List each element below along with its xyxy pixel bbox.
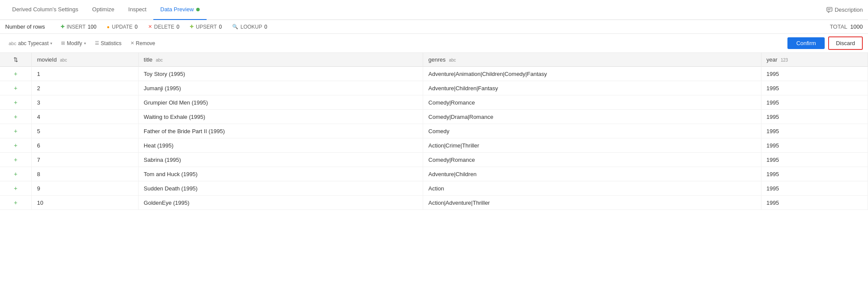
stats-label: Number of rows	[5, 23, 45, 30]
cell-year: 1995	[761, 167, 868, 181]
cell-genres: Comedy|Romance	[423, 153, 761, 167]
tab-derived-settings[interactable]: Derived Column's Settings	[5, 0, 85, 20]
add-row-icon[interactable]: +	[14, 199, 17, 206]
add-row-icon[interactable]: +	[14, 185, 17, 192]
cell-title: Heat (1995)	[138, 138, 423, 153]
confirm-discard-group: Confirm Discard	[787, 36, 863, 50]
discard-button[interactable]: Discard	[828, 36, 863, 50]
cell-genres: Comedy	[423, 124, 761, 138]
typecast-chevron-icon: ▾	[50, 41, 52, 46]
data-table-container: ⇅ movieId abc title abc genres abc year …	[0, 53, 868, 210]
cell-year: 1995	[761, 181, 868, 196]
modify-chevron-icon: ▾	[84, 41, 86, 46]
stat-lookup: 🔍 LOOKUP 0	[232, 24, 267, 30]
cell-title: Grumpier Old Men (1995)	[138, 95, 423, 110]
cell-title: Father of the Bride Part II (1995)	[138, 124, 423, 138]
cell-year: 1995	[761, 110, 868, 124]
cell-title: Jumanji (1995)	[138, 81, 423, 95]
table-row: +10GoldenEye (1995)Action|Adventure|Thri…	[0, 196, 868, 210]
stat-total: TOTAL 1000	[830, 23, 863, 30]
sort-arrows-icon: ⇅	[13, 56, 18, 63]
cell-genres: Adventure|Children|Fantasy	[423, 81, 761, 95]
cell-title: Sudden Death (1995)	[138, 181, 423, 196]
cell-genres: Action	[423, 181, 761, 196]
table-row: +3Grumpier Old Men (1995)Comedy|Romance1…	[0, 95, 868, 110]
data-table: ⇅ movieId abc title abc genres abc year …	[0, 53, 868, 210]
table-row: +8Tom and Huck (1995)Adventure|Children1…	[0, 167, 868, 181]
add-row-icon[interactable]: +	[14, 156, 17, 163]
col-header-genres[interactable]: genres abc	[423, 53, 761, 67]
modify-button[interactable]: ⊞ Modify ▾	[58, 39, 89, 48]
data-preview-dot	[196, 8, 200, 11]
stats-bar: Number of rows ✚ INSERT 100 ● UPDATE 0 ✕…	[0, 20, 868, 34]
tab-data-preview[interactable]: Data Preview	[153, 0, 207, 20]
table-row: +9Sudden Death (1995)Action1995	[0, 181, 868, 196]
cell-year: 1995	[761, 124, 868, 138]
remove-icon: ✕	[130, 40, 134, 46]
header-tabs: Derived Column's Settings Optimize Inspe…	[0, 0, 868, 20]
table-row: +7Sabrina (1995)Comedy|Romance1995	[0, 153, 868, 167]
cell-title: Waiting to Exhale (1995)	[138, 110, 423, 124]
delete-icon: ✕	[148, 24, 152, 29]
cell-movieId: 8	[32, 167, 138, 181]
update-icon: ●	[107, 24, 110, 29]
cell-genres: Comedy|Drama|Romance	[423, 110, 761, 124]
col-header-title[interactable]: title abc	[138, 53, 423, 67]
cell-year: 1995	[761, 81, 868, 95]
add-row-icon[interactable]: +	[14, 99, 17, 106]
col-header-year[interactable]: year 123	[761, 53, 868, 67]
stat-insert: ✚ INSERT 100	[61, 24, 97, 30]
col-header-sort[interactable]: ⇅	[0, 53, 32, 67]
typecast-button[interactable]: abc abc Typecast ▾	[5, 39, 56, 48]
cell-genres: Action|Adventure|Thriller	[423, 196, 761, 210]
table-row: +2Jumanji (1995)Adventure|Children|Fanta…	[0, 81, 868, 95]
cell-title: Toy Story (1995)	[138, 67, 423, 81]
add-row-icon[interactable]: +	[14, 170, 17, 177]
cell-year: 1995	[761, 196, 868, 210]
confirm-button[interactable]: Confirm	[787, 37, 825, 49]
statistics-icon: ☰	[95, 40, 99, 46]
upsert-icon: ✚	[190, 24, 194, 29]
cell-title: GoldenEye (1995)	[138, 196, 423, 210]
cell-title: Sabrina (1995)	[138, 153, 423, 167]
cell-genres: Adventure|Children	[423, 167, 761, 181]
modify-icon: ⊞	[61, 40, 65, 46]
table-header-row: ⇅ movieId abc title abc genres abc year …	[0, 53, 868, 67]
add-row-icon[interactable]: +	[14, 113, 17, 120]
cell-movieId: 1	[32, 67, 138, 81]
cell-movieId: 2	[32, 81, 138, 95]
stat-delete: ✕ DELETE 0	[148, 24, 179, 30]
col-header-movieid[interactable]: movieId abc	[32, 53, 138, 67]
cell-genres: Adventure|Animation|Children|Comedy|Fant…	[423, 67, 761, 81]
cell-movieId: 7	[32, 153, 138, 167]
cell-movieId: 10	[32, 196, 138, 210]
add-row-icon[interactable]: +	[14, 85, 17, 92]
cell-year: 1995	[761, 138, 868, 153]
description-button[interactable]: Description	[826, 7, 863, 13]
statistics-button[interactable]: ☰ Statistics	[91, 39, 125, 48]
table-row: +1Toy Story (1995)Adventure|Animation|Ch…	[0, 67, 868, 81]
cell-movieId: 4	[32, 110, 138, 124]
table-row: +6Heat (1995)Action|Crime|Thriller1995	[0, 138, 868, 153]
table-row: +4Waiting to Exhale (1995)Comedy|Drama|R…	[0, 110, 868, 124]
stat-upsert: ✚ UPSERT 0	[190, 24, 222, 30]
cell-year: 1995	[761, 67, 868, 81]
cell-genres: Action|Crime|Thriller	[423, 138, 761, 153]
cell-movieId: 9	[32, 181, 138, 196]
comment-icon	[826, 7, 832, 13]
insert-icon: ✚	[61, 24, 65, 29]
cell-movieId: 5	[32, 124, 138, 138]
toolbar: abc abc Typecast ▾ ⊞ Modify ▾ ☰ Statisti…	[0, 34, 868, 53]
remove-button[interactable]: ✕ Remove	[127, 39, 159, 48]
cell-movieId: 6	[32, 138, 138, 153]
cell-title: Tom and Huck (1995)	[138, 167, 423, 181]
stat-update: ● UPDATE 0	[107, 24, 138, 30]
add-row-icon[interactable]: +	[14, 70, 17, 77]
cell-movieId: 3	[32, 95, 138, 110]
table-row: +5Father of the Bride Part II (1995)Come…	[0, 124, 868, 138]
tab-optimize[interactable]: Optimize	[85, 0, 121, 20]
add-row-icon[interactable]: +	[14, 128, 17, 134]
tab-inspect[interactable]: Inspect	[121, 0, 153, 20]
cell-year: 1995	[761, 95, 868, 110]
add-row-icon[interactable]: +	[14, 142, 17, 149]
